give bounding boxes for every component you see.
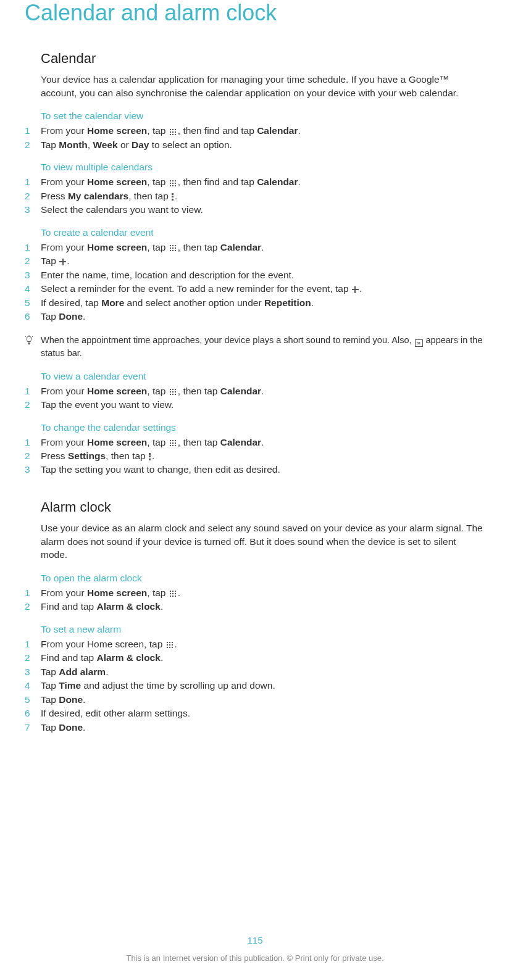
step-text: Tap the event you want to view. (41, 398, 485, 412)
alarm-intro: Use your device as an alarm clock and se… (41, 521, 485, 562)
open-alarm-steps: 1From your Home screen, tap .2Find and t… (41, 586, 485, 614)
step-number: 1 (25, 241, 41, 254)
instruction-step: 2Press Settings, then tap . (41, 449, 485, 463)
step-text: Find and tap Alarm & clock. (41, 651, 485, 665)
view-multiple-header: To view multiple calendars (41, 162, 485, 173)
step-text: Tap Add alarm. (41, 665, 485, 679)
apps-grid-icon (166, 641, 174, 648)
step-number: 2 (25, 651, 41, 665)
step-text: From your Home screen, tap , then tap Ca… (41, 241, 485, 254)
instruction-step: 2Tap the event you want to view. (41, 398, 485, 412)
options-icon (149, 453, 151, 460)
page-number: 115 (0, 935, 510, 945)
step-number: 2 (25, 138, 41, 152)
footer-note: This is an Internet version of this publ… (0, 953, 510, 963)
step-text: If desired, edit other alarm settings. (41, 707, 485, 720)
step-text: Select a reminder for the event. To add … (41, 282, 485, 296)
step-number: 4 (25, 282, 41, 296)
instruction-step: 1From your Home screen, tap , then tap C… (41, 241, 485, 254)
step-number: 1 (25, 586, 41, 600)
step-text: Press Settings, then tap . (41, 449, 485, 463)
set-view-header: To set the calendar view (41, 110, 485, 122)
instruction-step: 2Find and tap Alarm & clock. (41, 651, 485, 665)
create-event-tip: When the appointment time approaches, yo… (41, 334, 485, 360)
step-text: Enter the name, time, location and descr… (41, 268, 485, 282)
plus-icon (59, 259, 66, 265)
step-number: 1 (25, 384, 41, 398)
instruction-step: 2Find and tap Alarm & clock. (41, 600, 485, 613)
calendar-day-icon: 31 (415, 339, 423, 347)
page-content: Calendar and alarm clock Calendar Your d… (0, 0, 510, 734)
tip-icon (25, 335, 33, 345)
set-alarm-header: To set a new alarm (41, 624, 485, 635)
instruction-step: 5Tap Done. (41, 693, 485, 707)
step-number: 6 (25, 310, 41, 323)
page-title: Calendar and alarm clock (25, 0, 485, 26)
step-number: 3 (25, 203, 41, 217)
instruction-step: 3Enter the name, time, location and desc… (41, 268, 485, 282)
instruction-step: 7Tap Done. (41, 721, 485, 734)
step-number: 3 (25, 268, 41, 282)
create-event-steps: 1From your Home screen, tap , then tap C… (41, 241, 485, 324)
instruction-step: 6If desired, edit other alarm settings. (41, 707, 485, 720)
instruction-step: 3Select the calendars you want to view. (41, 203, 485, 217)
step-number: 1 (25, 637, 41, 651)
step-text: From your Home screen, tap , then tap Ca… (41, 436, 485, 449)
instruction-step: 3Tap the setting you want to change, the… (41, 463, 485, 476)
step-number: 2 (25, 449, 41, 463)
apps-grid-icon (169, 590, 177, 597)
step-number: 5 (25, 296, 41, 310)
view-multiple-steps: 1From your Home screen, tap , then find … (41, 175, 485, 217)
instruction-step: 4Tap Time and adjust the time by scrolli… (41, 679, 485, 692)
alarm-section: Alarm clock Use your device as an alarm … (41, 499, 485, 734)
step-number: 2 (25, 254, 41, 268)
step-number: 1 (25, 436, 41, 449)
step-text: Find and tap Alarm & clock. (41, 600, 485, 613)
step-text: Tap . (41, 254, 485, 268)
step-number: 2 (25, 398, 41, 412)
apps-grid-icon (169, 388, 177, 395)
change-settings-header: To change the calendar settings (41, 422, 485, 433)
step-text: From your Home screen, tap , then find a… (41, 124, 485, 138)
change-settings-steps: 1From your Home screen, tap , then tap C… (41, 436, 485, 477)
instruction-step: 6Tap Done. (41, 310, 485, 323)
step-text: Tap Done. (41, 693, 485, 707)
instruction-step: 3Tap Add alarm. (41, 665, 485, 679)
view-event-header: To view a calendar event (41, 371, 485, 382)
calendar-section: Calendar Your device has a calendar appl… (41, 51, 485, 477)
step-number: 6 (25, 707, 41, 720)
step-text: Tap Done. (41, 310, 485, 323)
instruction-step: 2Press My calendars, then tap . (41, 189, 485, 203)
step-text: Select the calendars you want to view. (41, 203, 485, 217)
step-number: 5 (25, 693, 41, 707)
step-number: 3 (25, 665, 41, 679)
step-number: 2 (25, 189, 41, 203)
step-text: From your Home screen, tap . (41, 586, 485, 600)
instruction-step: 1From your Home screen, tap , then tap C… (41, 384, 485, 398)
step-number: 2 (25, 600, 41, 613)
calendar-heading: Calendar (41, 51, 485, 67)
step-text: Tap Time and adjust the time by scrollin… (41, 679, 485, 692)
instruction-step: 1From your Home screen, tap , then tap C… (41, 436, 485, 449)
instruction-step: 5If desired, tap More and select another… (41, 296, 485, 310)
open-alarm-header: To open the alarm clock (41, 573, 485, 584)
step-text: From your Home screen, tap . (41, 637, 485, 651)
options-icon (172, 193, 174, 201)
step-text: Tap Done. (41, 721, 485, 734)
instruction-step: 4Select a reminder for the event. To add… (41, 282, 485, 296)
step-number: 4 (25, 679, 41, 692)
instruction-step: 2Tap . (41, 254, 485, 268)
apps-grid-icon (169, 128, 177, 135)
calendar-intro: Your device has a calendar application f… (41, 73, 485, 99)
instruction-step: 1From your Home screen, tap . (41, 637, 485, 651)
instruction-step: 2Tap Month, Week or Day to select an opt… (41, 138, 485, 152)
step-text: From your Home screen, tap , then tap Ca… (41, 384, 485, 398)
step-text: If desired, tap More and select another … (41, 296, 485, 310)
instruction-step: 1From your Home screen, tap , then find … (41, 175, 485, 189)
step-number: 3 (25, 463, 41, 476)
step-number: 1 (25, 175, 41, 189)
apps-grid-icon (169, 439, 177, 446)
plus-icon (352, 286, 359, 293)
step-text: Tap the setting you want to change, then… (41, 463, 485, 476)
instruction-step: 1From your Home screen, tap , then find … (41, 124, 485, 138)
